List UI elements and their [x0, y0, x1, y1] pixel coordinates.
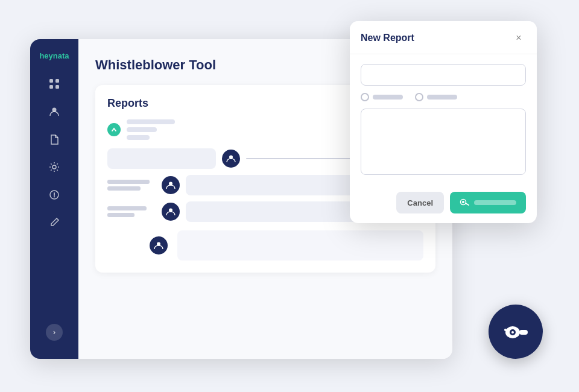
- svg-rect-2: [49, 85, 53, 89]
- user-avatar-icon: [150, 236, 168, 254]
- sidebar: heynata: [30, 39, 78, 359]
- radio-label-1: [373, 95, 403, 100]
- sidebar-nav: [46, 75, 63, 231]
- modal-close-button[interactable]: ×: [511, 31, 526, 45]
- logo: heynata: [39, 51, 69, 61]
- svg-rect-0: [49, 79, 53, 83]
- svg-rect-16: [519, 330, 528, 335]
- sidebar-item-users[interactable]: [46, 103, 63, 120]
- radio-option-2[interactable]: [415, 93, 457, 101]
- report-row-lines: [107, 206, 156, 217]
- report-header-bars: [127, 119, 175, 140]
- sidebar-item-settings[interactable]: [46, 159, 63, 175]
- svg-rect-3: [55, 85, 59, 89]
- report-expand-button[interactable]: [107, 123, 121, 136]
- sidebar-item-whistleblower[interactable]: [46, 186, 63, 203]
- modal-body: [350, 54, 537, 185]
- whistle-icon: [501, 317, 531, 347]
- radio-circle-2: [415, 93, 423, 101]
- submit-label-bar: [474, 200, 516, 205]
- user-avatar-icon: [162, 176, 180, 194]
- modal-footer: Cancel: [350, 185, 537, 223]
- radio-circle-1: [361, 93, 369, 101]
- svg-point-15: [511, 331, 514, 334]
- svg-line-12: [466, 203, 469, 205]
- submit-icon: [460, 197, 469, 209]
- svg-rect-1: [55, 79, 59, 83]
- whistle-badge[interactable]: [489, 305, 543, 359]
- report-title-input[interactable]: [361, 64, 526, 86]
- svg-point-17: [504, 329, 507, 331]
- modal-title: New Report: [361, 33, 414, 43]
- cancel-button[interactable]: Cancel: [396, 192, 444, 213]
- report-row-lines: [107, 180, 156, 191]
- new-report-modal: New Report × Cancel: [350, 21, 537, 223]
- report-description-textarea[interactable]: [361, 109, 526, 175]
- modal-radio-row: [361, 93, 526, 101]
- sidebar-item-documents[interactable]: [46, 131, 63, 148]
- svg-point-5: [52, 165, 56, 169]
- sidebar-item-edit[interactable]: [46, 214, 63, 231]
- sidebar-expand-button[interactable]: ›: [46, 324, 63, 341]
- radio-option-1[interactable]: [361, 93, 403, 101]
- submit-button[interactable]: [450, 192, 526, 213]
- svg-point-11: [462, 201, 464, 203]
- report-row: [107, 230, 423, 261]
- radio-label-2: [427, 95, 457, 100]
- user-avatar-icon: [222, 150, 240, 168]
- user-avatar-icon: [162, 203, 180, 221]
- sidebar-item-dashboard[interactable]: [46, 75, 63, 92]
- modal-header: New Report ×: [350, 21, 537, 54]
